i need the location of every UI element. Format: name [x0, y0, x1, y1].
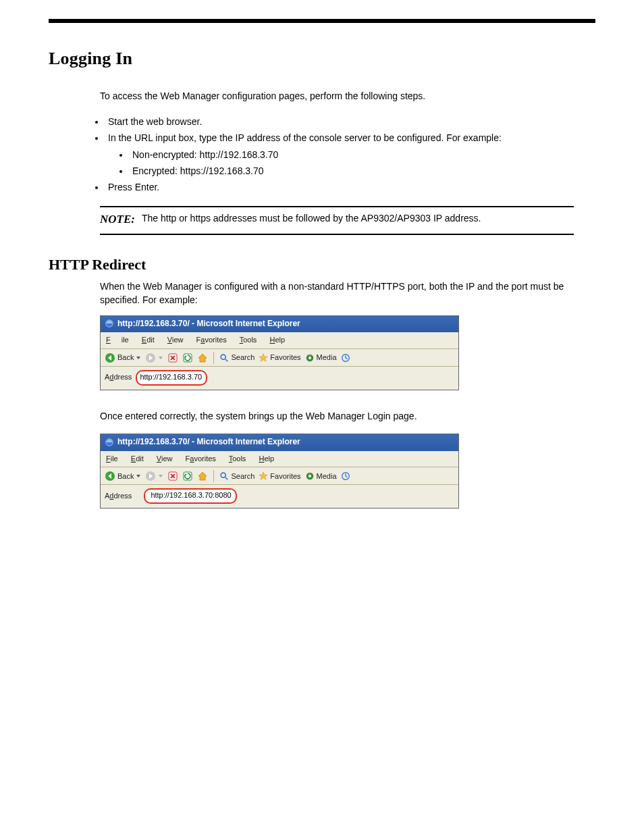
favorites-label: Favorites: [270, 353, 300, 363]
address-url[interactable]: http://192.168.3.70:8080: [151, 490, 231, 501]
menu-edit[interactable]: Edit: [131, 454, 144, 463]
menu-favorites[interactable]: Favorites: [196, 336, 227, 344]
note-block: NOTE: The http or https addresses must b…: [100, 206, 574, 235]
home-button[interactable]: [197, 471, 208, 481]
menu-help[interactable]: Help: [259, 454, 274, 463]
menu-edit[interactable]: Edit: [142, 336, 155, 344]
section-heading: HTTP Redirect: [49, 254, 595, 276]
address-url[interactable]: http://192.168.3.70: [140, 372, 202, 383]
window-title-bar: http://192.168.3.70/ - Microsoft Interne…: [101, 434, 458, 450]
list-item-text: Start the web browser.: [108, 116, 202, 127]
favorites-button[interactable]: Favorites: [259, 353, 300, 363]
svg-point-8: [308, 357, 311, 359]
address-highlight: http://192.168.3.70: [136, 370, 207, 386]
menu-bar: File Edit View Favorites Tools Help: [101, 332, 458, 349]
media-label: Media: [317, 353, 337, 363]
horizontal-rule: [49, 19, 595, 23]
back-button[interactable]: Back: [105, 471, 141, 481]
list-item: Press Enter.: [105, 180, 595, 194]
toolbar-separator: [213, 470, 214, 482]
internet-explorer-icon: [105, 319, 114, 328]
toolbar-separator: [213, 352, 214, 364]
forward-button[interactable]: [145, 471, 163, 481]
intro-paragraph: To access the Web Manager configuration …: [49, 89, 595, 103]
media-button[interactable]: Media: [305, 471, 337, 482]
search-label: Search: [231, 353, 254, 363]
svg-point-20: [308, 475, 311, 477]
back-label: Back: [117, 353, 134, 363]
favorites-label: Favorites: [270, 471, 300, 482]
refresh-button[interactable]: [182, 353, 193, 363]
toolbar: Back Search Favorites: [101, 349, 458, 367]
menu-file[interactable]: File: [106, 454, 118, 463]
internet-explorer-icon: [105, 438, 114, 447]
forward-button[interactable]: [145, 353, 163, 363]
list-item: Start the web browser.: [105, 115, 595, 128]
stop-button[interactable]: [167, 471, 178, 481]
refresh-button[interactable]: [182, 471, 193, 481]
search-button[interactable]: Search: [219, 353, 254, 363]
address-bar: Address http://192.168.3.70: [101, 367, 458, 390]
svg-point-6: [221, 355, 226, 359]
search-button[interactable]: Search: [219, 471, 254, 482]
window-title-text: http://192.168.3.70/ - Microsoft Interne…: [117, 436, 300, 448]
address-label: Address: [105, 372, 132, 383]
list-item: In the URL input box, type the IP addres…: [105, 131, 595, 178]
list-item: Encrypted: https://192.168.3.70: [130, 164, 595, 178]
note-text: The http or https addresses must be foll…: [142, 207, 574, 234]
menu-help[interactable]: Help: [269, 336, 285, 344]
menu-view[interactable]: View: [167, 336, 184, 344]
menu-view[interactable]: View: [157, 454, 173, 463]
media-button[interactable]: Media: [305, 353, 337, 363]
home-button[interactable]: [197, 353, 208, 363]
section-paragraph: When the Web Manager is configured with …: [49, 280, 595, 307]
browser-screenshot-2: http://192.168.3.70/ - Microsoft Interne…: [100, 434, 459, 509]
list-item-text: Press Enter.: [108, 182, 159, 192]
page-heading: Logging In: [49, 46, 595, 72]
back-label: Back: [117, 471, 134, 482]
search-label: Search: [231, 471, 254, 482]
stop-button[interactable]: [167, 353, 178, 363]
menu-tools[interactable]: Tools: [229, 454, 246, 463]
sub-list: Non-encrypted: http://192.168.3.70 Encry…: [108, 148, 595, 178]
address-label: Address: [105, 491, 132, 502]
window-title-text: http://192.168.3.70/ - Microsoft Interne…: [117, 318, 300, 330]
favorites-button[interactable]: Favorites: [259, 471, 300, 482]
window-title-bar: http://192.168.3.70/ - Microsoft Interne…: [101, 316, 458, 332]
svg-point-18: [221, 473, 226, 478]
list-item: Non-encrypted: http://192.168.3.70: [130, 148, 595, 161]
menu-bar: File Edit View Favorites Tools Help: [101, 451, 458, 468]
section-paragraph-2: Once entered correctly, the system bring…: [49, 409, 595, 423]
document-page: Logging In To access the Web Manager con…: [0, 0, 644, 552]
history-button[interactable]: [341, 471, 350, 481]
menu-tools[interactable]: Tools: [240, 336, 257, 344]
media-label: Media: [317, 471, 337, 482]
list-item-text: In the URL input box, type the IP addres…: [108, 132, 502, 143]
address-bar: Address http://192.168.3.70:8080: [101, 485, 458, 508]
list-item-text: Non-encrypted: http://192.168.3.70: [132, 149, 278, 160]
list-item-text: Encrypted: https://192.168.3.70: [132, 165, 264, 176]
note-label: NOTE:: [100, 207, 142, 234]
steps-list: Start the web browser. In the URL input …: [49, 115, 595, 194]
history-button[interactable]: [341, 353, 350, 363]
menu-file[interactable]: File: [106, 336, 129, 344]
menu-favorites[interactable]: Favorites: [186, 454, 216, 463]
browser-screenshot-1: http://192.168.3.70/ - Microsoft Interne…: [100, 315, 459, 390]
address-highlight: http://192.168.3.70:8080: [144, 488, 236, 504]
back-button[interactable]: Back: [105, 353, 141, 363]
toolbar: Back Search Favorites: [101, 467, 458, 485]
